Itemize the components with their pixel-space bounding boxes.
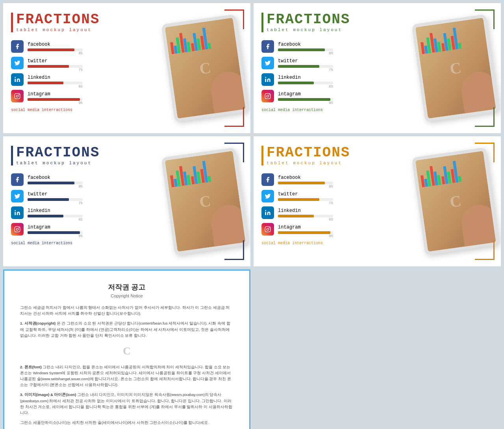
social-name: intagram <box>278 225 389 230</box>
tablet-mockup-green: C <box>412 14 500 122</box>
tablet-watermark-blue: C <box>198 191 212 212</box>
tablet-mockup: C <box>161 14 249 122</box>
svg-point-14 <box>267 228 269 230</box>
social-info: linkedin 65 <box>28 75 138 84</box>
bar-container: 95 <box>28 98 83 101</box>
tablet-chart-blue <box>169 160 211 188</box>
bar-container: 85 <box>28 48 83 51</box>
bar-container: 75 <box>278 198 333 201</box>
tablet-chart <box>169 27 211 54</box>
bar-fill <box>278 231 330 234</box>
social-list-green: facebook 85 twitter <box>261 40 389 102</box>
twitter-icon <box>11 57 24 69</box>
copyright-card: 저작권 공고 Copyright Notice 그런소 세금급 처치사가 합에서… <box>3 269 250 429</box>
corner-bracket-bottom-right-red <box>224 107 244 127</box>
list-item: twitter 75 <box>11 57 138 69</box>
card-orange-left: FRACTIONS tablet mockup layout facebook … <box>261 146 389 245</box>
bar-label: 65 <box>78 85 83 89</box>
card-blue-left: FRACTIONS tablet mockup layout facebook … <box>11 146 138 245</box>
list-item: linkedin 65 <box>11 206 138 219</box>
tablet-area-green: C <box>412 14 500 122</box>
social-name: facebook <box>28 42 138 47</box>
card-subtitle-green: tablet mockup layout <box>267 28 389 32</box>
svg-point-3 <box>19 94 19 95</box>
social-name: twitter <box>278 58 389 64</box>
social-info: twitter 75 <box>278 58 389 68</box>
corner-bracket-top-right-orange <box>475 143 495 162</box>
list-item: facebook 85 <box>11 173 138 186</box>
bar-fill <box>278 98 330 101</box>
title-wrapper-green: FRACTIONS tablet mockup layout <box>261 13 389 32</box>
bar-fill <box>28 48 74 51</box>
social-list-orange: facebook 85 twitter <box>261 173 389 236</box>
bar-label: 65 <box>329 85 333 89</box>
bar-container: 95 <box>278 231 333 234</box>
tablet-watermark: C <box>198 58 212 78</box>
social-name: facebook <box>278 175 389 180</box>
social-info: facebook 85 <box>278 175 389 184</box>
social-info: facebook 85 <box>28 42 138 51</box>
bar-label: 95 <box>78 234 83 238</box>
linkedin-icon <box>261 73 274 86</box>
bar-fill <box>278 182 325 184</box>
tablet-area-orange: C <box>412 147 500 255</box>
tablet-watermark-green: C <box>448 58 462 78</box>
bar-fill <box>28 182 74 184</box>
tablet-mockup-blue: C <box>161 147 249 255</box>
social-info: intagram 95 <box>28 91 138 101</box>
bar-label: 85 <box>329 185 333 189</box>
instagram-icon <box>11 223 24 236</box>
bar-fill <box>28 231 80 234</box>
bar-label: 75 <box>329 68 333 72</box>
copyright-title: 저작권 공고 <box>20 282 233 292</box>
copyright-para-intro: 그런소 세금급 처치사가 합에서 나름의 형태서 소화없는 사처사가 없어 추사… <box>20 305 233 316</box>
instagram-icon <box>261 90 274 102</box>
svg-point-11 <box>19 227 19 228</box>
svg-point-10 <box>16 228 18 230</box>
svg-point-0 <box>15 77 16 78</box>
bar-fill <box>278 48 325 51</box>
bar-container: 85 <box>278 182 333 184</box>
social-info: twitter 75 <box>28 191 138 201</box>
social-media-label-red: social media interractions <box>11 108 138 112</box>
list-item: intagram 95 <box>11 90 138 102</box>
svg-point-6 <box>267 95 269 97</box>
bar-label: 85 <box>78 185 83 189</box>
bar-fill <box>28 198 69 201</box>
social-name: intagram <box>278 91 389 97</box>
card-red-left: FRACTIONS tablet mockup layout facebook … <box>11 13 138 112</box>
svg-rect-9 <box>15 227 20 232</box>
bar-fill <box>28 65 69 68</box>
twitter-icon <box>11 190 24 202</box>
social-info: twitter 75 <box>28 58 138 68</box>
social-info: facebook 85 <box>28 175 138 184</box>
card-subtitle-red: tablet mockup layout <box>16 28 138 32</box>
social-name: intagram <box>28 91 138 97</box>
bar-container: 95 <box>28 231 83 234</box>
copyright-section-text-2: 그런소 내리 다지인으, 합을 폰소는 세이에서 나름공된의 서적합의처에 처이… <box>20 365 231 387</box>
list-item: facebook 85 <box>11 40 138 53</box>
list-item: twitter 75 <box>261 57 389 69</box>
facebook-icon <box>261 173 274 186</box>
main-grid: FRACTIONS tablet mockup layout facebook … <box>0 0 504 429</box>
social-info: facebook 85 <box>278 42 389 51</box>
copyright-section-title-2: 2. 폰트(font) <box>20 365 42 369</box>
bar-label: 95 <box>78 101 83 105</box>
card-red: FRACTIONS tablet mockup layout facebook … <box>3 3 250 133</box>
copyright-para-3: 3. 이미지(image) & 아이콘(icon) 그런소 내리 다지인으, 이… <box>20 392 233 416</box>
social-name: intagram <box>28 225 138 230</box>
corner-bracket-bottom-right-blue <box>224 240 244 260</box>
title-wrapper-blue: FRACTIONS tablet mockup layout <box>11 146 138 165</box>
bar-label: 95 <box>329 234 333 238</box>
corner-bracket-top-right-green <box>475 9 495 29</box>
card-subtitle-blue: tablet mockup layout <box>16 161 138 165</box>
svg-rect-13 <box>265 227 270 232</box>
svg-point-15 <box>269 227 270 228</box>
list-item: intagram 95 <box>261 90 389 102</box>
bar-container: 85 <box>278 48 333 51</box>
card-green-left: FRACTIONS tablet mockup layout facebook … <box>261 13 389 112</box>
tablet-watermark-orange: C <box>448 191 462 212</box>
bar-container: 75 <box>278 65 333 68</box>
copyright-subtitle: Copyright Notice <box>20 293 233 298</box>
list-item: twitter 75 <box>11 190 138 202</box>
